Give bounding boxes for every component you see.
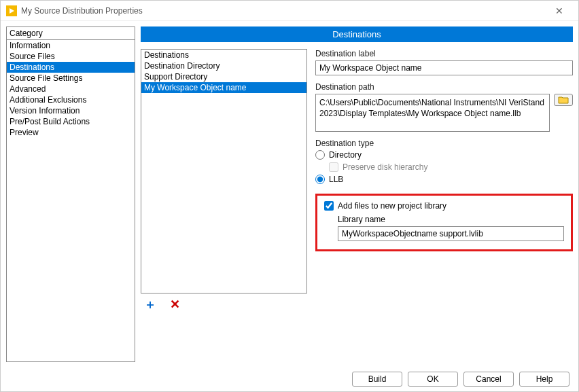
category-item[interactable]: Preview [7,127,135,138]
directory-radio[interactable] [315,150,325,160]
category-item[interactable]: Additional Exclusions [7,94,135,105]
destination-item[interactable]: Support Directory [141,71,306,82]
library-highlight-box: Add files to new project library Library… [315,194,573,251]
category-item[interactable]: Source File Settings [7,73,135,84]
page-banner: Destinations [141,26,573,42]
destination-item[interactable]: Destinations [141,50,306,60]
destinations-list[interactable]: DestinationsDestination DirectorySupport… [141,49,307,293]
browse-button[interactable] [554,94,573,106]
category-item[interactable]: Pre/Post Build Actions [7,116,135,127]
destination-path-input[interactable]: C:\Users\Public\Documents\National Instr… [315,94,550,132]
category-item[interactable]: Information [7,40,135,51]
llb-radio-label: LLB [329,175,343,184]
category-item[interactable]: Destinations [7,62,135,73]
cancel-button[interactable]: Cancel [463,372,514,387]
add-library-checkbox-label: Add files to new project library [338,201,446,211]
app-icon [6,5,17,16]
remove-destination-button[interactable]: ✕ [168,298,181,311]
add-library-check-row[interactable]: Add files to new project library [324,201,564,211]
category-item[interactable]: Version Information [7,105,135,116]
help-button[interactable]: Help [519,372,569,387]
window-title: My Source Distribution Properties [21,6,546,16]
build-button[interactable]: Build [352,372,402,387]
category-panel: Category InformationSource FilesDestinat… [6,26,135,362]
add-destination-button[interactable]: ＋ [143,298,157,311]
dialog-button-bar: Build OK Cancel Help [352,372,569,387]
destination-path-caption: Destination path [315,82,573,92]
ok-button[interactable]: OK [408,372,458,387]
titlebar: My Source Distribution Properties ✕ [1,1,578,21]
destination-item[interactable]: Destination Directory [141,60,306,71]
preserve-checkbox-label: Preserve disk hierarchy [343,162,427,172]
directory-radio-row[interactable]: Directory [315,150,573,160]
library-name-caption: Library name [338,215,564,224]
folder-icon [558,96,569,104]
preserve-check-row: Preserve disk hierarchy [329,162,573,172]
add-library-checkbox[interactable] [324,201,334,211]
destination-label-caption: Destination label [315,49,573,58]
destination-type-caption: Destination type [315,139,573,148]
llb-radio[interactable] [315,175,325,184]
directory-radio-label: Directory [329,150,362,160]
library-name-input[interactable] [338,226,564,241]
close-button[interactable]: ✕ [546,1,573,21]
category-item[interactable]: Source Files [7,51,135,62]
category-list[interactable]: InformationSource FilesDestinationsSourc… [6,39,135,362]
llb-radio-row[interactable]: LLB [315,175,573,184]
destination-label-input[interactable] [315,60,573,75]
category-item[interactable]: Advanced [7,84,135,94]
preserve-checkbox [329,162,338,172]
destination-item[interactable]: My Workspace Object name [141,82,306,93]
category-header: Category [6,26,135,39]
